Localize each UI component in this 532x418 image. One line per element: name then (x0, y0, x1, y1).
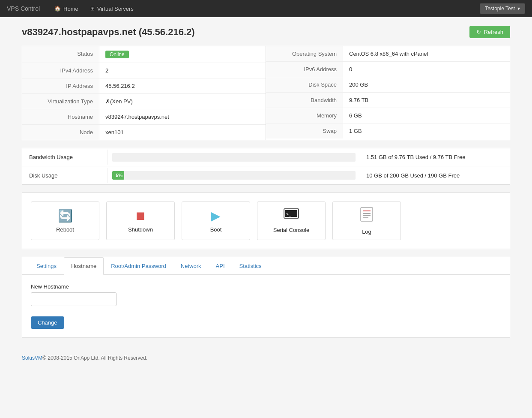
page-title-row: v839247.hostpapavps.net (45.56.216.2) ↻ … (22, 26, 510, 38)
actions-row: 🔄 Reboot ⏹ Shutdown ▶ Boot >_ S (31, 201, 501, 240)
info-row-swap: Swap 1 GB (266, 123, 510, 138)
bandwidth-usage-row: Bandwidth Usage 1.51 GB of 9.76 TB Used … (22, 148, 510, 166)
tab-hostname[interactable]: Hostname (64, 257, 104, 275)
info-row-ip: IP Address 45.56.216.2 (22, 78, 266, 94)
hostname-label: Hostname (22, 109, 99, 124)
grid-icon: ⊞ (90, 6, 95, 12)
svg-rect-3 (361, 207, 373, 221)
info-row-node: Node xen101 (22, 125, 266, 140)
actions-panel: 🔄 Reboot ⏹ Shutdown ▶ Boot >_ S (22, 192, 510, 249)
tabs-section: Settings Hostname Root/Admin Password Ne… (22, 257, 510, 338)
ipv4-label: IPv4 Address (22, 63, 99, 78)
info-row-os: Operating System CentOS 6.8 x86_64 with … (266, 46, 510, 62)
nav-home[interactable]: 🏠 Home (48, 0, 84, 17)
new-hostname-input[interactable] (31, 292, 117, 306)
refresh-label: Refresh (484, 29, 503, 35)
reboot-icon: 🔄 (58, 209, 73, 223)
main-content: v839247.hostpapavps.net (45.56.216.2) ↻ … (13, 17, 519, 346)
ipv6-label: IPv6 Address (266, 62, 343, 77)
status-value: Online (99, 46, 266, 63)
info-row-ipv4: IPv4 Address 2 (22, 63, 266, 78)
new-hostname-group: New Hostname (31, 283, 501, 306)
console-label: Serial Console (273, 227, 310, 233)
boot-button[interactable]: ▶ Boot (182, 201, 250, 240)
bandwidth-label: Bandwidth (266, 93, 343, 108)
user-name: Testopie Test (485, 6, 515, 12)
disk-usage-row: Disk Usage 5% 10 GB of 200 GB Used / 190… (22, 166, 510, 184)
status-badge: Online (105, 51, 129, 58)
navbar-brand: VPS Control (7, 5, 40, 12)
info-row-virt: Virtualization Type ✗(Xen PV) (22, 94, 266, 109)
boot-icon: ▶ (211, 209, 221, 223)
info-row-disk-space: Disk Space 200 GB (266, 77, 510, 93)
ipv4-value: 2 (99, 63, 266, 78)
bandwidth-usage-text: 1.51 GB of 9.76 TB Used / 9.76 TB Free (360, 150, 510, 165)
refresh-button[interactable]: ↻ Refresh (469, 26, 510, 38)
log-icon (360, 207, 374, 225)
reboot-button[interactable]: 🔄 Reboot (31, 201, 99, 240)
info-row-status: Status Online (22, 46, 266, 63)
os-value: CentOS 6.8 x86_64 with cPanel (343, 46, 510, 61)
node-label: Node (22, 125, 99, 140)
navbar-right: Testopie Test ▾ (480, 3, 525, 14)
node-value: xen101 (99, 125, 266, 140)
reboot-label: Reboot (56, 226, 74, 233)
ip-label: IP Address (22, 78, 99, 93)
ip-value: 45.56.216.2 (99, 78, 266, 93)
memory-value: 6 GB (343, 108, 510, 123)
nav-home-label: Home (63, 6, 78, 12)
usage-section: Bandwidth Usage 1.51 GB of 9.76 TB Used … (22, 148, 510, 185)
footer-brand[interactable]: SolusVM (22, 355, 42, 361)
os-label: Operating System (266, 46, 343, 61)
ipv6-value: 0 (343, 62, 510, 77)
shutdown-icon: ⏹ (134, 209, 146, 223)
disk-space-value: 200 GB (343, 77, 510, 92)
disk-usage-bar-bg: 5% (112, 171, 356, 180)
disk-space-label: Disk Space (266, 77, 343, 92)
shutdown-button[interactable]: ⏹ Shutdown (106, 201, 175, 240)
tab-content-hostname: New Hostname Change (22, 275, 510, 337)
memory-label: Memory (266, 108, 343, 123)
disk-usage-bar-area: 5% (108, 168, 360, 183)
status-label: Status (22, 46, 99, 63)
tab-settings[interactable]: Settings (29, 257, 64, 275)
console-icon: >_ (284, 208, 299, 223)
left-info-panel: Status Online IPv4 Address 2 IP Address … (22, 46, 266, 140)
info-row-bandwidth: Bandwidth 9.76 TB (266, 93, 510, 108)
svg-text:>_: >_ (286, 212, 292, 217)
chevron-down-icon: ▾ (517, 6, 520, 12)
user-menu[interactable]: Testopie Test ▾ (480, 3, 525, 14)
info-grid: Status Online IPv4 Address 2 IP Address … (22, 46, 510, 140)
change-hostname-button[interactable]: Change (31, 316, 64, 329)
disk-usage-label: Disk Usage (22, 168, 108, 183)
tabs-nav: Settings Hostname Root/Admin Password Ne… (22, 257, 510, 275)
footer-copyright: © 2008-2015 OnApp Ltd. All Rights Reserv… (42, 355, 147, 361)
tab-api[interactable]: API (209, 257, 232, 275)
shutdown-label: Shutdown (128, 226, 153, 233)
console-button[interactable]: >_ Serial Console (257, 201, 326, 240)
disk-usage-bar-fill: 5% (112, 171, 124, 180)
info-row-ipv6: IPv6 Address 0 (266, 62, 510, 77)
nav-virtual-servers[interactable]: ⊞ Virtual Servers (84, 0, 140, 17)
disk-usage-text: 10 GB of 200 GB Used / 190 GB Free (360, 168, 510, 183)
hostname-value: v839247.hostpapavps.net (99, 109, 266, 124)
log-button[interactable]: Log (332, 201, 401, 240)
swap-value: 1 GB (343, 123, 510, 138)
footer: SolusVM© 2008-2015 OnApp Ltd. All Rights… (13, 346, 519, 370)
virt-value: ✗(Xen PV) (99, 94, 266, 109)
tab-statistics[interactable]: Statistics (232, 257, 269, 275)
bandwidth-usage-bar-area (108, 150, 360, 165)
swap-label: Swap (266, 123, 343, 138)
log-label: Log (362, 229, 371, 235)
tab-rootpassword[interactable]: Root/Admin Password (104, 257, 173, 275)
tab-network[interactable]: Network (173, 257, 209, 275)
bandwidth-value: 9.76 TB (343, 93, 510, 108)
page-title: v839247.hostpapavps.net (45.56.216.2) (22, 27, 195, 38)
navbar: VPS Control 🏠 Home ⊞ Virtual Servers Tes… (0, 0, 532, 17)
home-icon: 🏠 (54, 6, 61, 12)
navbar-nav: 🏠 Home ⊞ Virtual Servers (48, 0, 480, 17)
right-info-panel: Operating System CentOS 6.8 x86_64 with … (266, 46, 510, 140)
virt-label: Virtualization Type (22, 94, 99, 109)
bandwidth-usage-bar-bg (112, 153, 356, 162)
boot-label: Boot (210, 226, 222, 233)
